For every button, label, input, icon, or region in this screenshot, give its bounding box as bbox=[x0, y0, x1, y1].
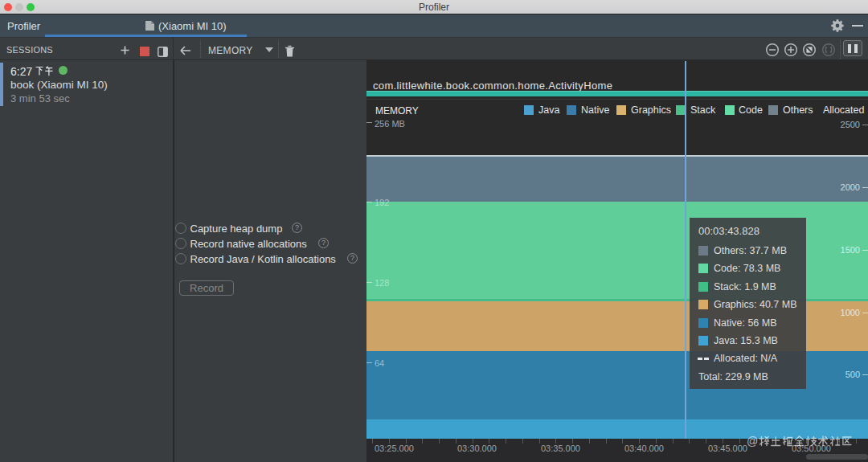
svg-text:@: @ bbox=[747, 435, 758, 448]
